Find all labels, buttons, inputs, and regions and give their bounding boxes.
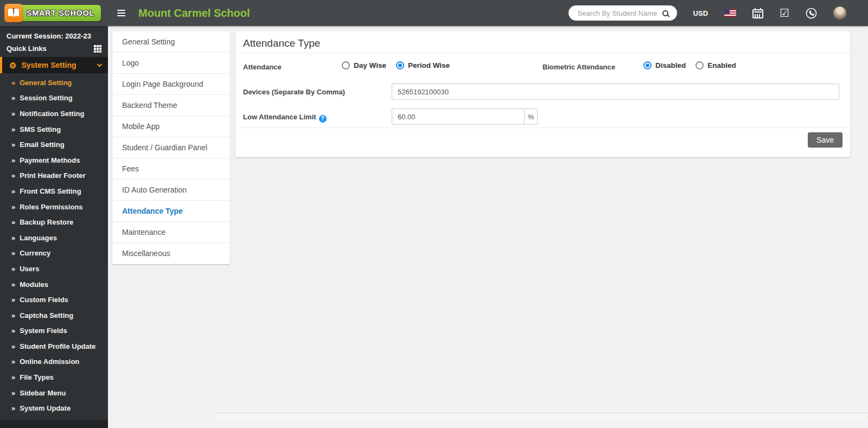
sidebar-item-currency[interactable]: »Currency <box>0 246 108 261</box>
radio-disabled[interactable]: Disabled <box>643 61 686 69</box>
sidebar-item-system-fields[interactable]: »System Fields <box>0 323 108 339</box>
radio-day-wise[interactable]: Day Wise <box>342 61 386 69</box>
sidebar-item-users[interactable]: »Users <box>0 261 108 277</box>
double-chevron-icon: » <box>11 94 15 102</box>
double-chevron-icon: » <box>11 156 15 164</box>
settings-nav-login-page-background[interactable]: Login Page Background <box>112 74 230 95</box>
search-icon[interactable] <box>662 8 672 18</box>
sidebar-bottom-strip <box>0 420 108 428</box>
attendance-label: Attendance <box>243 63 282 71</box>
user-avatar[interactable] <box>833 7 846 20</box>
double-chevron-icon: » <box>11 389 15 397</box>
sidebar-item-front-cms-setting[interactable]: »Front CMS Setting <box>0 183 108 199</box>
devices-input[interactable] <box>392 84 839 100</box>
settings-nav-mobile-app[interactable]: Mobile App <box>112 116 230 137</box>
sidebar-item-student-profile-update[interactable]: »Student Profile Update <box>0 338 108 354</box>
sidebar-item-file-types[interactable]: »File Types <box>0 369 108 385</box>
divider <box>235 53 850 53</box>
low-attendance-limit-input[interactable] <box>392 108 525 125</box>
student-search <box>569 5 677 21</box>
currency-selector[interactable]: USD <box>693 9 708 17</box>
radio-circle-icon <box>342 61 350 69</box>
sidebar-item-notification-setting[interactable]: »Notification Setting <box>0 106 108 122</box>
double-chevron-icon: » <box>11 342 15 350</box>
double-chevron-icon: » <box>11 218 15 226</box>
sidebar-item-sms-setting[interactable]: »SMS Setting <box>0 122 108 137</box>
double-chevron-icon: » <box>11 280 15 289</box>
settings-nav-id-auto-generation[interactable]: ID Auto Generation <box>112 180 230 201</box>
radio-circle-icon <box>695 61 704 69</box>
sidebar-section-system-setting[interactable]: ⚙ System Setting <box>0 57 108 73</box>
double-chevron-icon: » <box>11 79 15 87</box>
whatsapp-icon[interactable] <box>806 8 817 19</box>
double-chevron-icon: » <box>11 171 15 180</box>
sidebar-item-online-admission[interactable]: »Online Admission <box>0 354 108 370</box>
page-title: Attendance Type <box>243 37 320 49</box>
settings-nav-maintenance[interactable]: Maintenance <box>112 222 230 243</box>
double-chevron-icon: » <box>11 311 15 320</box>
sidebar-item-modules[interactable]: »Modules <box>0 277 108 292</box>
sidebar-item-email-setting[interactable]: »Email Setting <box>0 137 108 152</box>
double-chevron-icon: » <box>11 110 15 118</box>
topbar-actions: USD ☑ <box>569 5 868 21</box>
double-chevron-icon: » <box>11 203 15 211</box>
current-session-label: Current Session: 2022-23 <box>0 26 108 42</box>
brand-text: SMART SCHOOL <box>27 9 94 17</box>
calendar-icon[interactable] <box>752 8 763 18</box>
double-chevron-icon: » <box>11 404 15 412</box>
double-chevron-icon: » <box>11 296 15 304</box>
language-flag-icon[interactable] <box>724 9 736 17</box>
settings-nav-fees[interactable]: Fees <box>112 158 230 180</box>
smart-school-logo: SMART SCHOOL <box>5 5 101 21</box>
double-chevron-icon: » <box>11 265 15 273</box>
page-footer: © 2023 Mount Carmel School <box>216 413 868 420</box>
brand-logo[interactable]: SMART SCHOOL <box>0 0 108 26</box>
sidebar-item-captcha-setting[interactable]: »Captcha Setting <box>0 308 108 323</box>
double-chevron-icon: » <box>11 140 15 149</box>
sidebar-item-print-header-footer[interactable]: »Print Header Footer <box>0 168 108 184</box>
double-chevron-icon: » <box>11 249 15 257</box>
attendance-type-card: Attendance Type Attendance Day Wise Peri… <box>235 31 850 157</box>
quick-links[interactable]: Quick Links <box>0 42 108 57</box>
search-input[interactable] <box>577 9 660 18</box>
chevron-down-icon <box>97 61 103 67</box>
attendance-radio-group: Day Wise Period Wise <box>342 61 450 69</box>
tasks-icon[interactable]: ☑ <box>780 8 789 18</box>
settings-nav-backend-theme[interactable]: Backend Theme <box>112 95 230 116</box>
settings-nav-miscellaneous[interactable]: Miscellaneous <box>112 243 230 264</box>
double-chevron-icon: » <box>11 327 15 335</box>
book-icon <box>4 4 23 22</box>
sidebar-item-session-setting[interactable]: »Session Setting <box>0 91 108 106</box>
biometric-attendance-label: Biometric Attendance <box>542 63 615 71</box>
radio-circle-icon <box>396 61 404 69</box>
settings-nav: General Setting Logo Login Page Backgrou… <box>112 31 230 264</box>
settings-nav-student-guardian-panel[interactable]: Student / Guardian Panel <box>112 137 230 158</box>
sidebar-item-backup-restore[interactable]: »Backup Restore <box>0 214 108 230</box>
radio-period-wise[interactable]: Period Wise <box>396 61 450 69</box>
school-name-title: Mount Carmel School <box>138 7 250 20</box>
grid-icon[interactable] <box>94 45 101 53</box>
sidebar-menu: »General Setting »Session Setting »Notif… <box>0 75 108 416</box>
double-chevron-icon: » <box>11 187 15 195</box>
radio-circle-icon <box>643 61 652 69</box>
devices-label: Devices (Separate By Comma) <box>243 88 345 96</box>
sidebar-item-general-setting[interactable]: »General Setting <box>0 75 108 91</box>
divider <box>235 127 850 128</box>
percent-addon: % <box>525 108 538 125</box>
save-button[interactable]: Save <box>808 132 843 148</box>
sidebar-item-custom-fields[interactable]: »Custom Fields <box>0 292 108 308</box>
sidebar-item-payment-methods[interactable]: »Payment Methods <box>0 152 108 168</box>
settings-nav-general-setting[interactable]: General Setting <box>112 31 230 53</box>
sidebar-item-system-update[interactable]: »System Update <box>0 400 108 416</box>
sidebar-item-sidebar-menu[interactable]: »Sidebar Menu <box>0 385 108 401</box>
sidebar-item-roles-permissions[interactable]: »Roles Permissions <box>0 199 108 215</box>
radio-enabled[interactable]: Enabled <box>695 61 736 69</box>
settings-nav-logo[interactable]: Logo <box>112 53 230 74</box>
help-icon[interactable]: ? <box>319 115 327 123</box>
double-chevron-icon: » <box>11 357 15 366</box>
hamburger-menu-icon[interactable] <box>115 7 127 20</box>
sidebar-item-languages[interactable]: »Languages <box>0 230 108 246</box>
double-chevron-icon: » <box>11 373 15 381</box>
top-bar: SMART SCHOOL Mount Carmel School USD ☑ <box>0 0 868 26</box>
settings-nav-attendance-type[interactable]: Attendance Type <box>112 201 230 222</box>
